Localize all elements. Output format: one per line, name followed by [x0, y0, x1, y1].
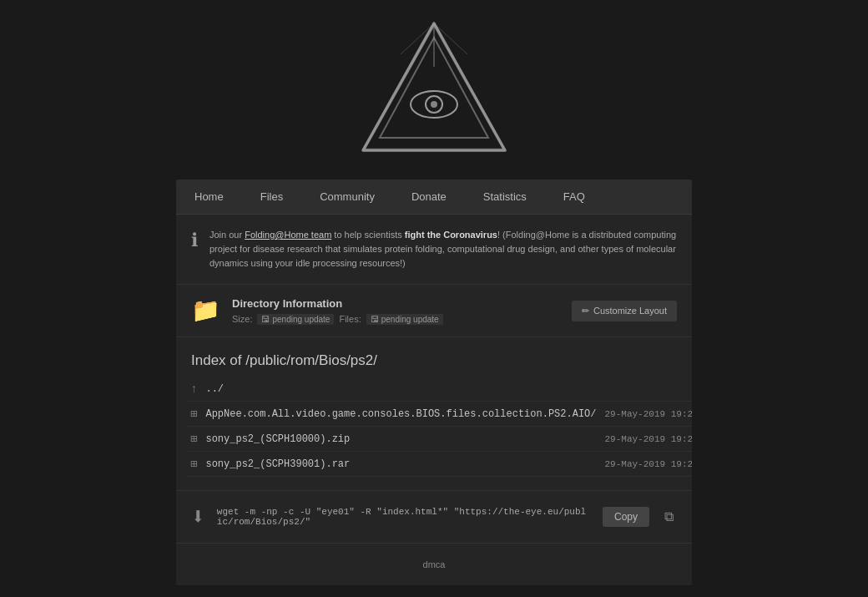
size-pending-badge: 🖫 pending update: [257, 314, 334, 325]
directory-details: Directory Information Size: 🖫 pending up…: [232, 297, 560, 325]
index-heading: Index of /public/rom/Bios/ps2/: [191, 352, 677, 369]
directory-meta: Size: 🖫 pending update Files: 🖫 pending …: [232, 314, 560, 325]
file-link[interactable]: sony_ps2_(SCPH10000).zip: [205, 433, 350, 445]
clipboard-icon: ⧉: [664, 509, 674, 524]
svg-line-7: [401, 23, 434, 54]
file-link[interactable]: sony_ps2_(SCPH39001).rar: [205, 458, 350, 470]
size-label: Size:: [232, 314, 252, 324]
nav-donate[interactable]: Donate: [393, 180, 465, 214]
file-date: 29-May-2019 19:28: [601, 402, 692, 427]
nav-home[interactable]: Home: [176, 180, 242, 214]
file-list: ↑../⊞AppNee.com.All.video.game.consoles.…: [176, 377, 692, 487]
table-row: ⊞sony_ps2_(SCPH10000).zip29-May-2019 19:…: [186, 427, 692, 452]
download-box: ⬇ wget -m -np -c -U "eye01" -R "index.ht…: [176, 490, 692, 543]
file-link[interactable]: ../: [205, 383, 224, 395]
download-command: wget -m -np -c -U "eye01" -R "index.html…: [217, 507, 591, 527]
dmca-footer: dmca: [176, 543, 692, 585]
files-label: Files:: [339, 314, 361, 324]
file-date: 29-May-2019 19:28: [601, 427, 692, 452]
table-row: ↑../: [186, 377, 692, 402]
download-icon: ⬇: [191, 503, 205, 531]
info-icon: ℹ: [191, 230, 198, 252]
info-box: ℹ Join our Folding@Home team to help sci…: [176, 215, 692, 285]
file-name: AppNee.com.All.video.game.consoles.BIOS.…: [201, 402, 600, 427]
file-table: ↑../⊞AppNee.com.All.video.game.consoles.…: [186, 377, 692, 477]
eye-of-providence-logo: [359, 17, 509, 171]
info-text: Join our Folding@Home team to help scien…: [209, 228, 677, 271]
main-nav: Home Files Community Donate Statistics F…: [176, 180, 692, 215]
svg-point-4: [431, 101, 437, 108]
size-pending-icon: 🖫: [261, 315, 270, 324]
table-row: ⊞sony_ps2_(SCPH39001).rar29-May-2019 19:…: [186, 452, 692, 477]
file-icon: ⊞: [186, 452, 201, 477]
file-link[interactable]: AppNee.com.All.video.game.consoles.BIOS.…: [205, 408, 596, 420]
table-row: ⊞AppNee.com.All.video.game.consoles.BIOS…: [186, 402, 692, 427]
files-pending-icon: 🖫: [371, 315, 379, 324]
logo-area: [0, 0, 868, 180]
file-date: [601, 377, 692, 402]
nav-community[interactable]: Community: [301, 180, 393, 214]
customize-layout-button[interactable]: ✏ Customize Layout: [572, 301, 677, 321]
dmca-link[interactable]: dmca: [423, 559, 446, 569]
copy-icon-button[interactable]: ⧉: [661, 508, 677, 526]
nav-statistics[interactable]: Statistics: [465, 180, 545, 214]
pencil-icon: ✏: [582, 306, 589, 316]
file-icon: ⊞: [186, 402, 201, 427]
file-name: sony_ps2_(SCPH39001).rar: [201, 452, 600, 477]
nav-faq[interactable]: FAQ: [545, 180, 603, 214]
directory-info-box: 📁 Directory Information Size: 🖫 pending …: [176, 285, 692, 337]
files-pending-badge: 🖫 pending update: [366, 314, 443, 325]
file-name: sony_ps2_(SCPH10000).zip: [201, 427, 600, 452]
index-header: Index of /public/rom/Bios/ps2/: [176, 337, 692, 377]
file-icon: ⊞: [186, 427, 201, 452]
foldinghome-link[interactable]: Folding@Home team: [245, 230, 331, 240]
copy-button[interactable]: Copy: [603, 507, 649, 527]
file-date: 29-May-2019 19:28: [601, 452, 692, 477]
nav-files[interactable]: Files: [242, 180, 301, 214]
main-container: Home Files Community Donate Statistics F…: [176, 180, 692, 585]
svg-line-6: [434, 23, 467, 54]
file-name: ../: [201, 377, 600, 402]
directory-title: Directory Information: [232, 297, 560, 310]
folder-icon: 📁: [191, 296, 220, 325]
file-icon: ↑: [186, 377, 201, 402]
